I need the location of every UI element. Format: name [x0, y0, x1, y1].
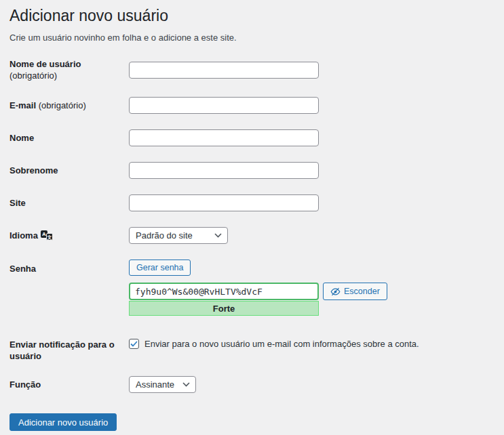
form-row-language: IdiomaA文 Padrão do site	[9, 227, 490, 244]
hide-password-button[interactable]: Esconder	[323, 283, 387, 300]
add-new-user-button[interactable]: Adicionar novo usuário	[9, 413, 117, 431]
chevron-down-icon	[214, 233, 222, 238]
email-required-text: (obrigatório)	[39, 100, 86, 110]
send-notification-checkbox[interactable]	[129, 339, 139, 349]
send-notification-label: Enviar notificação para o usuário	[9, 339, 129, 362]
email-label: E-mail (obrigatório)	[9, 100, 129, 111]
page-subtitle: Crie um usuário novinho em folha e o adi…	[9, 33, 490, 43]
form-row-website: Site	[9, 194, 490, 211]
website-input[interactable]	[129, 194, 319, 211]
translation-icon: A文	[41, 230, 53, 241]
first-name-input[interactable]	[129, 129, 319, 146]
email-input[interactable]	[129, 97, 319, 114]
language-label-text: Idioma	[9, 230, 38, 241]
website-label: Site	[9, 197, 129, 209]
form-row-send-notification: Enviar notificação para o usuário Enviar…	[9, 339, 490, 362]
submit-row: Adicionar novo usuário	[9, 413, 490, 431]
username-input[interactable]	[129, 62, 319, 79]
form-row-last-name: Sobrenome	[9, 162, 490, 179]
password-strength-indicator: Forte	[129, 301, 319, 316]
username-label-text: Nome de usuário	[9, 59, 81, 69]
username-required-text: (obrigatório)	[9, 70, 57, 81]
form-row-role: Função Assinante	[9, 376, 490, 393]
username-label: Nome de usuário (obrigatório)	[9, 58, 129, 81]
send-notification-checkbox-label: Enviar para o novo usuário um e-mail com…	[144, 339, 419, 350]
generate-password-button[interactable]: Gerar senha	[129, 260, 191, 276]
form-row-username: Nome de usuário (obrigatório)	[9, 58, 490, 81]
password-label: Senha	[9, 260, 129, 274]
language-select[interactable]: Padrão do site	[129, 227, 228, 244]
page-title: Adicionar novo usuário	[9, 6, 490, 25]
password-input[interactable]	[129, 283, 319, 300]
password-field-group: Forte Esconder	[129, 283, 490, 316]
add-user-page: Adicionar novo usuário Crie um usuário n…	[0, 0, 504, 431]
check-icon	[130, 341, 138, 347]
form-row-email: E-mail (obrigatório)	[9, 97, 490, 114]
form-row-first-name: Nome	[9, 129, 490, 146]
role-label: Função	[9, 379, 129, 390]
email-label-text: E-mail	[9, 100, 36, 110]
language-label: IdiomaA文	[9, 230, 129, 241]
role-selected-value: Assinante	[136, 379, 174, 390]
hide-password-label: Esconder	[344, 287, 380, 296]
add-user-form: Nome de usuário (obrigatório) E-mail (ob…	[9, 58, 490, 431]
last-name-label: Sobrenome	[9, 165, 129, 176]
last-name-input[interactable]	[129, 162, 319, 179]
first-name-label: Nome	[9, 132, 129, 144]
chevron-down-icon	[182, 382, 190, 387]
language-selected-value: Padrão do site	[136, 230, 193, 241]
form-row-password: Senha Gerar senha Forte Esconder	[9, 260, 490, 316]
eye-off-icon	[330, 287, 341, 296]
role-select[interactable]: Assinante	[129, 376, 196, 393]
